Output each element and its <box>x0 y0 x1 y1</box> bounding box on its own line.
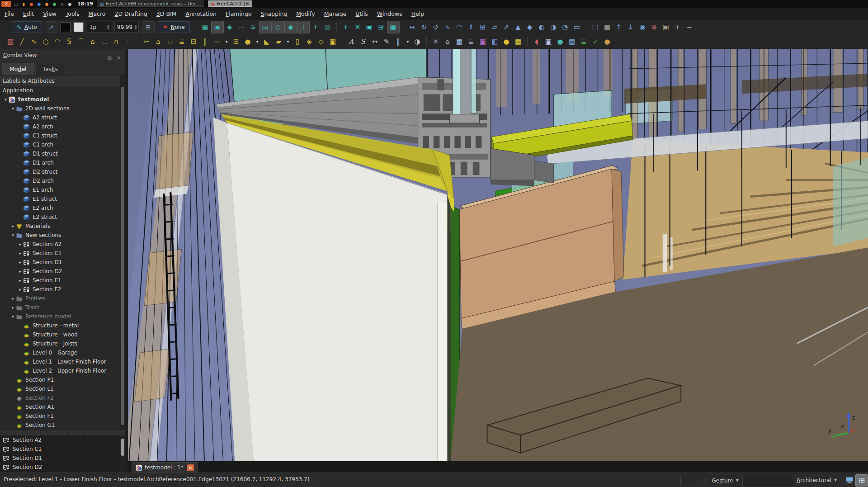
snap-dimensions-icon[interactable]: ⊞ <box>375 21 387 33</box>
annotation-axis-dropdown[interactable]: ▾ <box>404 36 411 47</box>
snap-center-icon[interactable]: ◎ <box>321 21 333 33</box>
annotation-axis-icon[interactable]: ‖ <box>392 36 404 47</box>
snap-grid-icon[interactable]: ▦ <box>199 21 211 33</box>
menu-2d-drafting[interactable]: 2D Drafting <box>110 8 151 20</box>
tree-item[interactable]: ▸Section A2 <box>0 240 120 249</box>
tray-paw-icon[interactable]: ● <box>67 1 73 7</box>
snap-ortho-icon[interactable]: + <box>310 21 321 33</box>
toggle-grid-icon[interactable]: ▦ <box>387 21 400 33</box>
annotation-shapestring-icon[interactable]: S <box>357 36 369 47</box>
level-down-icon[interactable]: ↓ <box>625 21 637 33</box>
3d-viewport[interactable]: z x y <box>128 49 868 461</box>
tray-window-icon[interactable]: ▢ <box>13 1 19 7</box>
nav-style-dropdown[interactable]: ◯ ◯ Gesture ▼ <box>680 475 743 486</box>
tree-item[interactable]: E2 arch <box>0 203 120 213</box>
snap-endpoint-icon[interactable]: ◈ <box>224 21 236 33</box>
arch-column-icon[interactable]: ● <box>242 36 254 47</box>
face-color-swatch[interactable] <box>74 22 84 32</box>
draft-wire-icon[interactable]: ∿ <box>28 36 40 47</box>
zoom-out-icon[interactable]: − <box>684 21 695 33</box>
expand-arrow-icon[interactable]: ▾ <box>10 233 16 237</box>
snap-parallel-icon[interactable]: ≋ <box>247 21 259 33</box>
tree-item[interactable]: ▸Materials <box>0 222 120 231</box>
annotation-dimension-icon[interactable]: ↔ <box>369 36 381 47</box>
arch-grid-icon[interactable]: ⊞ <box>230 36 242 47</box>
snap-lock-icon[interactable]: ▣ <box>211 21 224 33</box>
tree-item[interactable]: A2 arch <box>0 122 120 131</box>
draft-rotate-icon[interactable]: ↻ <box>418 21 430 33</box>
arch-frame-icon[interactable]: ◇ <box>315 36 327 47</box>
bim-project-icon[interactable]: ⌂ <box>442 36 453 47</box>
view-box-icon[interactable]: ▢ <box>590 21 601 33</box>
ifc-check-icon[interactable]: ✓ <box>590 36 601 47</box>
draft-trimex-icon[interactable]: ∿ <box>442 21 453 33</box>
menu-modify[interactable]: Modify <box>292 8 319 20</box>
web-globe-icon[interactable]: ● <box>554 36 566 47</box>
draft-circle-icon[interactable]: ○ <box>40 36 52 47</box>
arch-panel-sheet-icon[interactable]: ▰ <box>273 36 284 47</box>
menu-windows[interactable]: Windows <box>373 8 407 20</box>
line-color-swatch[interactable] <box>61 22 71 32</box>
expand-arrow-icon[interactable]: ▾ <box>10 314 16 319</box>
draft-arc-icon[interactable]: ◠ <box>52 36 63 47</box>
spreadsheet-icon[interactable]: ▦ <box>512 36 524 47</box>
view-shaded-icon[interactable]: ■ <box>601 21 613 33</box>
tray-app-blue-icon[interactable]: ● <box>36 1 42 7</box>
draft-join-icon[interactable]: ◠ <box>453 21 465 33</box>
tree-item[interactable]: ▸Section D2 <box>0 267 120 276</box>
arch-panel-icon[interactable]: ≣ <box>176 36 188 47</box>
tree-item[interactable]: ▾2D wall sections <box>0 104 120 113</box>
nurbs-egg-icon[interactable]: ● <box>500 36 512 47</box>
snap-special-icon[interactable]: ▣ <box>363 21 375 33</box>
arch-building-icon[interactable]: ⌂ <box>152 36 164 47</box>
arch-wall-icon[interactable]: ▱ <box>164 36 176 47</box>
draft-slope-icon[interactable]: ◑ <box>547 21 559 33</box>
arch-wall-dropdown[interactable]: ▾ <box>223 36 230 47</box>
draft-upgrade-icon[interactable]: ⇑ <box>465 21 477 33</box>
arch-fence-icon[interactable]: ‖ <box>199 36 211 47</box>
menu-view[interactable]: View <box>38 8 61 20</box>
draft-clone-icon[interactable]: ◆ <box>524 21 536 33</box>
collapse-arrow-icon[interactable]: ▸ <box>10 224 16 228</box>
menu-tools[interactable]: Tools <box>61 8 84 20</box>
draft-move-icon[interactable]: ↔ <box>406 21 418 33</box>
tray-bird-icon[interactable]: ● <box>59 1 65 7</box>
arch-door-icon[interactable]: ▯ <box>292 36 303 47</box>
status-monitor-icon[interactable] <box>844 474 855 486</box>
bimserver-box-icon[interactable]: ▣ <box>542 36 554 47</box>
collapse-arrow-icon[interactable]: ▸ <box>17 242 23 246</box>
tree-item[interactable]: A2 struct <box>0 113 120 122</box>
workingplane-front-icon[interactable]: ◇ <box>272 21 284 33</box>
panel-close-icon[interactable]: ✕ <box>117 52 121 64</box>
status-grid-icon[interactable] <box>855 474 868 487</box>
tree-item[interactable]: Level 0 - Garage <box>0 348 120 357</box>
draft-edit-icon[interactable]: ▲ <box>512 21 524 33</box>
menu-macro[interactable]: Macro <box>84 8 110 20</box>
arch-structure-dropdown[interactable]: ▾ <box>254 36 261 47</box>
zoom-in-icon[interactable]: + <box>672 21 684 33</box>
panel-resize-edge[interactable] <box>125 49 128 473</box>
draft-bspline-icon[interactable]: S <box>63 36 75 47</box>
menu-file[interactable]: File <box>0 8 19 20</box>
annotation-label-icon[interactable]: ✎ <box>381 36 392 47</box>
level-up-icon[interactable]: ↑ <box>613 21 625 33</box>
collapse-arrow-icon[interactable]: ▸ <box>10 296 16 301</box>
tree-item[interactable]: D2 arch <box>0 176 120 185</box>
document-tab[interactable]: testmodel : 1* ✕ <box>132 462 198 473</box>
view-sphere-icon[interactable]: ◉ <box>637 21 648 33</box>
draft-facebinder-icon[interactable]: ▭ <box>571 21 583 33</box>
view-axono-icon[interactable]: ⊕ <box>648 21 660 33</box>
annotation-text-icon[interactable]: A <box>345 36 357 47</box>
construction-mode-button[interactable]: ⚑None <box>158 21 190 33</box>
bim-image-plane-icon[interactable]: ▣ <box>477 36 489 47</box>
tree-item[interactable]: Section F2 <box>0 393 120 402</box>
list-scrollbar-thumb[interactable] <box>121 439 124 456</box>
draft-ellipse-icon[interactable]: ∩ <box>110 36 122 47</box>
draft-offset-icon[interactable]: ↺ <box>430 21 442 33</box>
tree-item[interactable]: E1 arch <box>0 185 120 194</box>
draft-point-icon[interactable]: · <box>122 36 134 47</box>
tree-item[interactable]: C1 struct <box>0 131 120 140</box>
panel-float-icon[interactable]: ⧉ <box>108 52 112 64</box>
taskbar-window-button-1[interactable]: ◉FreeCAD 0.18 <box>208 0 252 7</box>
list-item[interactable]: Section A2 <box>0 435 120 444</box>
